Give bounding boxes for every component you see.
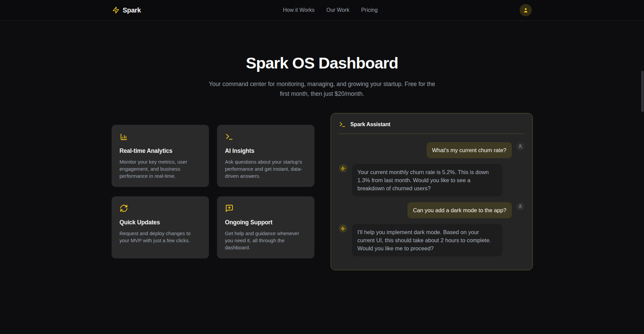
spark-assistant-panel: Spark Assistant What's my current churn … [331,113,533,270]
feature-description: Ask questions about your startup's perfo… [225,158,306,179]
main-nav: How it Works Our Work Pricing [283,7,378,13]
chat-message-assistant: Your current monthly churn rate is 5.2%.… [339,164,524,196]
feature-description: Monitor your key metrics, user engagemen… [120,158,201,179]
features-grid: Real-time Analytics Monitor your key met… [112,125,314,258]
topbar-inner: Spark How it Works Our Work Pricing [0,0,644,20]
chat-message-assistant: I'll help you implement dark mode. Based… [339,224,524,256]
scrollbar-thumb[interactable] [641,71,644,112]
assistant-avatar [339,164,347,172]
feature-description: Get help and guidance whenever you need … [225,230,306,251]
feature-title: AI Insights [225,147,306,155]
zap-icon [112,6,120,14]
zap-icon [341,166,345,171]
brand-logo[interactable]: Spark [112,6,141,14]
chat-messages: What's my current churn rate? Your curre… [331,134,532,265]
main-content: Spark OS Dashboard Your command center f… [0,54,644,270]
user-avatar [516,202,524,211]
brand-name: Spark [123,6,141,14]
feature-description: Request and deploy changes to your MVP w… [120,230,201,244]
assistant-message-bubble: I'll help you implement dark mode. Based… [352,224,502,256]
account-button[interactable] [520,4,532,16]
user-icon [518,204,523,209]
feature-card-analytics: Real-time Analytics Monitor your key met… [112,125,209,187]
user-icon [523,7,529,13]
user-message-bubble: What's my current churn rate? [427,142,512,158]
feature-card-ongoing-support: Ongoing Support Get help and guidance wh… [217,196,314,258]
topbar: Spark How it Works Our Work Pricing [0,0,644,21]
nav-pricing[interactable]: Pricing [361,7,378,13]
assistant-panel-title: Spark Assistant [350,121,391,128]
assistant-avatar [339,224,347,232]
chat-message-user: Can you add a dark mode to the app? [339,202,524,218]
chart-column-icon [120,133,128,141]
terminal-icon [339,121,346,128]
feature-title: Ongoing Support [225,219,306,226]
chat-message-user: What's my current churn rate? [339,142,524,158]
terminal-icon [225,133,234,141]
user-icon [518,144,523,149]
feature-card-ai-insights: AI Insights Ask questions about your sta… [217,125,314,187]
feature-card-quick-updates: Quick Updates Request and deploy changes… [112,196,209,258]
nav-our-work[interactable]: Our Work [326,7,349,13]
hero-section: Spark OS Dashboard Your command center f… [0,54,644,99]
message-square-plus-icon [225,204,234,213]
feature-title: Real-time Analytics [120,147,201,155]
refresh-icon [120,204,128,213]
assistant-panel-header: Spark Assistant [338,113,524,134]
zap-icon [341,226,345,231]
page-title: Spark OS Dashboard [0,54,644,72]
content-columns: Real-time Analytics Monitor your key met… [0,113,644,270]
user-message-bubble: Can you add a dark mode to the app? [407,202,512,218]
nav-how-it-works[interactable]: How it Works [283,7,315,13]
feature-title: Quick Updates [120,219,201,226]
assistant-message-bubble: Your current monthly churn rate is 5.2%.… [352,164,502,196]
user-avatar [516,142,524,150]
hero-subtitle: Your command center for monitoring, mana… [204,79,440,99]
